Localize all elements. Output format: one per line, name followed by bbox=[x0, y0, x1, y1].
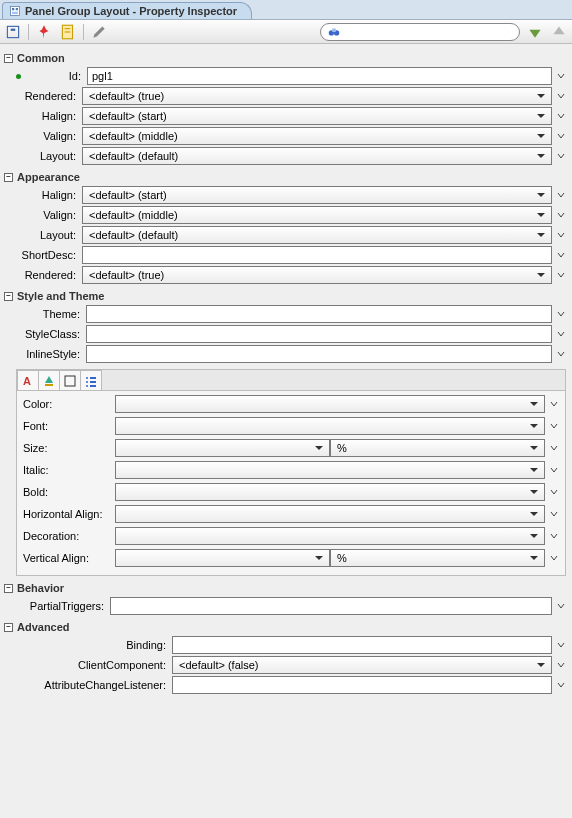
expand-chevron[interactable] bbox=[549, 422, 559, 430]
find-box[interactable] bbox=[320, 23, 520, 41]
svg-point-19 bbox=[86, 385, 88, 387]
section-header-advanced: − Advanced bbox=[4, 621, 566, 633]
horizontal-align-combo[interactable] bbox=[115, 505, 545, 523]
expand-chevron[interactable] bbox=[556, 661, 566, 669]
appearance-layout-combo[interactable]: <default> (default) bbox=[82, 226, 552, 244]
label-size: Size: bbox=[23, 442, 111, 454]
expand-chevron[interactable] bbox=[549, 532, 559, 540]
valign-combo[interactable]: <default> (middle) bbox=[82, 127, 552, 145]
styleclass-input[interactable] bbox=[86, 325, 552, 343]
bold-combo[interactable] bbox=[115, 483, 545, 501]
expand-chevron[interactable] bbox=[556, 211, 566, 219]
required-indicator bbox=[16, 74, 21, 79]
vertical-align-unit-combo[interactable]: % bbox=[330, 549, 545, 567]
label-bold: Bold: bbox=[23, 486, 111, 498]
rendered-combo[interactable]: <default> (true) bbox=[82, 87, 552, 105]
label-font: Font: bbox=[23, 420, 111, 432]
style-tabs: A bbox=[17, 370, 565, 391]
expand-chevron[interactable] bbox=[556, 152, 566, 160]
chevron-down-icon bbox=[534, 661, 548, 669]
layout-combo[interactable]: <default> (default) bbox=[82, 147, 552, 165]
chevron-down-icon bbox=[527, 488, 541, 496]
size-unit-combo[interactable]: % bbox=[330, 439, 545, 457]
font-combo[interactable] bbox=[115, 417, 545, 435]
expand-chevron[interactable] bbox=[549, 510, 559, 518]
appearance-halign-combo[interactable]: <default> (start) bbox=[82, 186, 552, 204]
italic-combo[interactable] bbox=[115, 461, 545, 479]
arrow-down-icon[interactable] bbox=[526, 23, 544, 41]
clientcomponent-combo[interactable]: <default> (false) bbox=[172, 656, 552, 674]
tab-title: Panel Group Layout - Property Inspector bbox=[25, 5, 237, 17]
style-tab-text[interactable]: A bbox=[17, 370, 39, 390]
theme-input[interactable] bbox=[86, 305, 552, 323]
expand-chevron[interactable] bbox=[556, 92, 566, 100]
label-valign: Valign: bbox=[16, 130, 78, 142]
expand-chevron[interactable] bbox=[549, 444, 559, 452]
style-tab-color[interactable] bbox=[38, 370, 60, 390]
expand-chevron[interactable] bbox=[556, 251, 566, 259]
expand-chevron[interactable] bbox=[556, 350, 566, 358]
label-halign: Halign: bbox=[16, 189, 78, 201]
expand-chevron[interactable] bbox=[556, 330, 566, 338]
id-input[interactable] bbox=[87, 67, 552, 85]
expand-chevron[interactable] bbox=[549, 466, 559, 474]
tab-property-inspector[interactable]: Panel Group Layout - Property Inspector bbox=[2, 2, 252, 19]
expand-chevron[interactable] bbox=[556, 112, 566, 120]
chevron-down-icon bbox=[534, 231, 548, 239]
note-icon[interactable] bbox=[59, 23, 77, 41]
chevron-down-icon bbox=[534, 152, 548, 160]
section-title: Common bbox=[17, 52, 65, 64]
vertical-align-value-combo[interactable] bbox=[115, 549, 330, 567]
expand-chevron[interactable] bbox=[556, 681, 566, 689]
size-value-combo[interactable] bbox=[115, 439, 330, 457]
appearance-rendered-combo[interactable]: <default> (true) bbox=[82, 266, 552, 284]
expand-chevron[interactable] bbox=[556, 602, 566, 610]
toolbar-btn-1[interactable] bbox=[4, 23, 22, 41]
section-title: Advanced bbox=[17, 621, 70, 633]
expand-chevron[interactable] bbox=[549, 488, 559, 496]
toolbar bbox=[0, 20, 572, 44]
inspector-icon bbox=[9, 5, 21, 17]
binding-input[interactable] bbox=[172, 636, 552, 654]
style-tab-list[interactable] bbox=[80, 370, 102, 390]
shortdesc-input[interactable] bbox=[82, 246, 552, 264]
collapse-toggle[interactable]: − bbox=[4, 623, 13, 632]
halign-combo[interactable]: <default> (start) bbox=[82, 107, 552, 125]
expand-chevron[interactable] bbox=[556, 271, 566, 279]
svg-point-17 bbox=[86, 381, 88, 383]
expand-chevron[interactable] bbox=[549, 554, 559, 562]
expand-chevron[interactable] bbox=[556, 191, 566, 199]
inlinestyle-input[interactable] bbox=[86, 345, 552, 363]
label-binding: Binding: bbox=[16, 639, 168, 651]
expand-chevron[interactable] bbox=[556, 231, 566, 239]
edit-icon[interactable] bbox=[90, 23, 108, 41]
label-inlinestyle: InlineStyle: bbox=[16, 348, 82, 360]
collapse-toggle[interactable]: − bbox=[4, 54, 13, 63]
decoration-combo[interactable] bbox=[115, 527, 545, 545]
expand-chevron[interactable] bbox=[556, 641, 566, 649]
chevron-down-icon bbox=[312, 444, 326, 452]
collapse-toggle[interactable]: − bbox=[4, 584, 13, 593]
expand-chevron[interactable] bbox=[556, 72, 566, 80]
expand-chevron[interactable] bbox=[556, 310, 566, 318]
expand-chevron[interactable] bbox=[549, 400, 559, 408]
svg-rect-5 bbox=[11, 28, 16, 30]
label-partialtriggers: PartialTriggers: bbox=[16, 600, 106, 612]
chevron-down-icon bbox=[534, 92, 548, 100]
color-combo[interactable] bbox=[115, 395, 545, 413]
label-rendered: Rendered: bbox=[16, 269, 78, 281]
expand-chevron[interactable] bbox=[556, 132, 566, 140]
appearance-valign-combo[interactable]: <default> (middle) bbox=[82, 206, 552, 224]
svg-rect-16 bbox=[90, 377, 96, 379]
collapse-toggle[interactable]: − bbox=[4, 173, 13, 182]
attributechangelistener-input[interactable] bbox=[172, 676, 552, 694]
arrow-up-icon[interactable] bbox=[550, 23, 568, 41]
style-tab-box[interactable] bbox=[59, 370, 81, 390]
svg-rect-18 bbox=[90, 381, 96, 383]
label-clientcomponent: ClientComponent: bbox=[16, 659, 168, 671]
pin-icon[interactable] bbox=[35, 23, 53, 41]
partialtriggers-input[interactable] bbox=[110, 597, 552, 615]
collapse-toggle[interactable]: − bbox=[4, 292, 13, 301]
label-shortdesc: ShortDesc: bbox=[16, 249, 78, 261]
chevron-down-icon bbox=[527, 422, 541, 430]
